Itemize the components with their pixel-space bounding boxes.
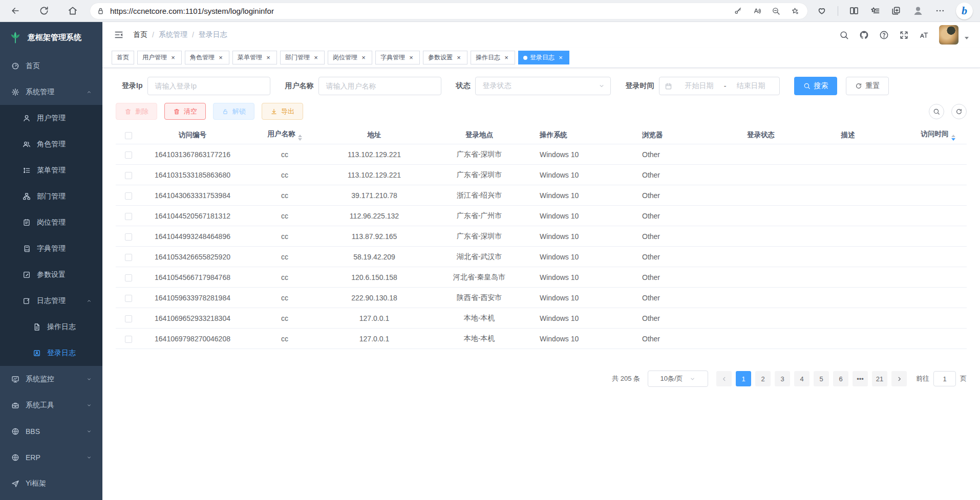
reset-button[interactable]: 重置 bbox=[846, 77, 889, 95]
sidebar-item-home[interactable]: 首页 bbox=[0, 53, 102, 79]
column-header-username[interactable]: 用户名称 bbox=[244, 129, 326, 141]
sidebar-item-system-tools[interactable]: 系统工具 bbox=[0, 392, 102, 418]
tab-dept-mgmt[interactable]: 部门管理× bbox=[280, 51, 325, 64]
tab-operation-log[interactable]: 操作日志× bbox=[471, 51, 515, 64]
sidebar-item-yi-framework[interactable]: Yi框架 bbox=[0, 470, 102, 496]
column-header-status[interactable]: 登录状态 bbox=[735, 131, 786, 140]
close-icon[interactable]: × bbox=[217, 54, 224, 61]
tab-user-mgmt[interactable]: 用户管理× bbox=[137, 51, 182, 64]
row-checkbox[interactable] bbox=[125, 336, 132, 343]
favorites-icon[interactable] bbox=[870, 6, 880, 16]
page-button-6[interactable]: 6 bbox=[833, 371, 848, 386]
sidebar-item-param-settings[interactable]: 参数设置 bbox=[0, 262, 102, 288]
back-icon[interactable] bbox=[10, 6, 20, 16]
row-checkbox[interactable] bbox=[125, 192, 132, 200]
column-header-os[interactable]: 操作系统 bbox=[536, 131, 638, 140]
row-checkbox[interactable] bbox=[125, 274, 132, 281]
github-icon[interactable] bbox=[859, 30, 869, 40]
close-icon[interactable]: × bbox=[408, 54, 415, 61]
refresh-table-button[interactable] bbox=[951, 104, 967, 119]
tab-menu-mgmt[interactable]: 菜单管理× bbox=[232, 51, 277, 64]
close-icon[interactable]: × bbox=[360, 54, 367, 61]
row-checkbox[interactable] bbox=[125, 233, 132, 241]
address-bar[interactable]: https://ccnetcore.com:1101/system/log/lo… bbox=[90, 3, 807, 19]
clear-button[interactable]: 清空 bbox=[164, 103, 206, 120]
column-header-visit-time[interactable]: 访问时间 bbox=[909, 129, 967, 141]
sidebar-item-system-monitor[interactable]: 系统监控 bbox=[0, 366, 102, 392]
status-select[interactable]: 登录状态 bbox=[475, 77, 611, 95]
search-button[interactable]: 搜索 bbox=[794, 77, 837, 95]
page-button-5[interactable]: 5 bbox=[814, 371, 829, 386]
sidebar-item-dict-mgmt[interactable]: 字典管理 bbox=[0, 235, 102, 262]
toggle-search-button[interactable] bbox=[929, 104, 944, 119]
user-avatar[interactable] bbox=[939, 25, 958, 45]
sidebar-item-login-log[interactable]: 登录日志 bbox=[0, 340, 102, 366]
page-button-2[interactable]: 2 bbox=[755, 371, 771, 386]
close-icon[interactable]: × bbox=[169, 54, 177, 61]
bing-chat-icon[interactable]: b bbox=[956, 3, 973, 19]
column-header-desc[interactable]: 描述 bbox=[786, 131, 909, 140]
column-header-address[interactable]: 地址 bbox=[326, 131, 423, 140]
tab-home[interactable]: 首页 bbox=[112, 51, 134, 64]
sidebar-item-dept-mgmt[interactable]: 部门管理 bbox=[0, 183, 102, 209]
page-button-3[interactable]: 3 bbox=[775, 371, 790, 386]
login-ip-input[interactable] bbox=[147, 77, 270, 95]
font-size-icon[interactable] bbox=[919, 30, 929, 40]
breadcrumb-home[interactable]: 首页 bbox=[133, 30, 147, 39]
collections-icon[interactable] bbox=[891, 6, 901, 16]
delete-button[interactable]: 删除 bbox=[116, 103, 157, 120]
sidebar-item-erp[interactable]: ERP bbox=[0, 444, 102, 470]
username-input[interactable] bbox=[318, 77, 441, 95]
column-header-location[interactable]: 登录地点 bbox=[423, 131, 536, 140]
page-size-select[interactable]: 10条/页 bbox=[648, 371, 708, 387]
tab-role-mgmt[interactable]: 角色管理× bbox=[185, 51, 229, 64]
sidebar-item-menu-mgmt[interactable]: 菜单管理 bbox=[0, 157, 102, 183]
sidebar-item-bbs[interactable]: BBS bbox=[0, 418, 102, 444]
breadcrumb-system[interactable]: 系统管理 bbox=[159, 30, 187, 39]
refresh-icon[interactable] bbox=[39, 6, 49, 16]
next-page-button[interactable] bbox=[891, 371, 907, 386]
close-icon[interactable]: × bbox=[455, 54, 462, 61]
row-checkbox[interactable] bbox=[125, 315, 132, 322]
row-checkbox[interactable] bbox=[125, 172, 132, 179]
sidebar-item-role-mgmt[interactable]: 角色管理 bbox=[0, 131, 102, 157]
header-search-icon[interactable] bbox=[839, 30, 849, 40]
row-checkbox[interactable] bbox=[125, 254, 132, 261]
split-screen-icon[interactable] bbox=[849, 6, 859, 16]
zoom-out-icon[interactable] bbox=[772, 7, 780, 15]
browser-menu-icon[interactable] bbox=[935, 6, 945, 16]
goto-page-input[interactable] bbox=[933, 371, 956, 386]
sidebar-collapse-icon[interactable] bbox=[114, 30, 124, 40]
sidebar-item-system-mgmt[interactable]: 系统管理 bbox=[0, 79, 102, 105]
help-icon[interactable] bbox=[879, 30, 889, 40]
app-logo[interactable]: 意框架管理系统 bbox=[0, 22, 102, 53]
close-icon[interactable]: × bbox=[557, 54, 564, 61]
fullscreen-icon[interactable] bbox=[899, 30, 909, 40]
date-range-picker[interactable]: 开始日期 - 结束日期 bbox=[659, 77, 780, 95]
row-checkbox[interactable] bbox=[125, 151, 132, 159]
export-button[interactable]: 导出 bbox=[262, 103, 303, 120]
sidebar-item-log-mgmt[interactable]: 日志管理 bbox=[0, 288, 102, 314]
previous-page-button[interactable] bbox=[716, 371, 732, 386]
page-button-4[interactable]: 4 bbox=[794, 371, 809, 386]
home-icon[interactable] bbox=[68, 6, 78, 16]
unlock-button[interactable]: 解锁 bbox=[213, 103, 254, 120]
tab-dict-mgmt[interactable]: 字典管理× bbox=[375, 51, 420, 64]
page-button-1[interactable]: 1 bbox=[736, 371, 751, 386]
row-checkbox[interactable] bbox=[125, 295, 132, 302]
browser-profile-icon[interactable] bbox=[912, 5, 924, 17]
password-key-icon[interactable] bbox=[734, 7, 742, 15]
add-favorite-icon[interactable] bbox=[791, 7, 799, 15]
browser-essentials-icon[interactable] bbox=[817, 6, 827, 16]
tab-param-settings[interactable]: 参数设置× bbox=[423, 51, 467, 64]
close-icon[interactable]: × bbox=[312, 54, 319, 61]
column-header-browser[interactable]: 浏览器 bbox=[638, 131, 735, 140]
tab-post-mgmt[interactable]: 岗位管理× bbox=[328, 51, 372, 64]
tab-login-log[interactable]: 登录日志× bbox=[518, 51, 569, 64]
read-aloud-icon[interactable] bbox=[753, 7, 761, 15]
row-checkbox[interactable] bbox=[125, 213, 132, 220]
page-button-21[interactable]: 21 bbox=[872, 371, 887, 386]
sidebar-item-operation-log[interactable]: 操作日志 bbox=[0, 314, 102, 340]
sidebar-item-post-mgmt[interactable]: 岗位管理 bbox=[0, 209, 102, 235]
sidebar-item-user-mgmt[interactable]: 用户管理 bbox=[0, 105, 102, 131]
